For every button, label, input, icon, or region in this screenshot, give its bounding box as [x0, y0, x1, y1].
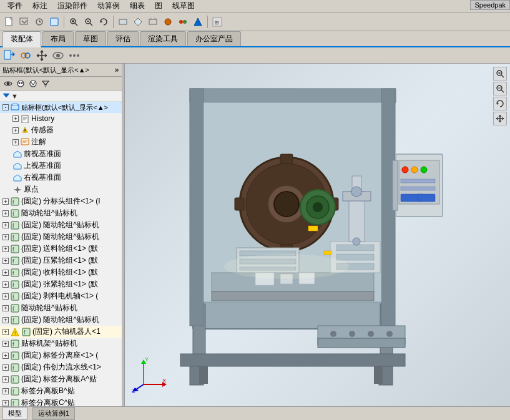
part1-expand-btn[interactable]: +	[2, 198, 9, 205]
part10-expand-btn[interactable]: +	[2, 305, 9, 311]
part14-expand-btn[interactable]: +	[2, 353, 9, 359]
tab-render[interactable]: 渲染工具	[140, 31, 186, 46]
tab-sketch[interactable]: 草图	[75, 31, 106, 46]
sensor-expand-btn[interactable]: +	[12, 127, 19, 134]
menu-xuanran[interactable]: 渲染部件	[52, 0, 92, 12]
part3-label: (固定) 随动轮组^贴标机	[21, 220, 99, 230]
pan-viewport-btn[interactable]	[493, 112, 507, 125]
color-btn[interactable]	[27, 78, 39, 89]
origin-label: 原点	[24, 184, 39, 195]
tree-item-part6[interactable]: + f (固定) 压紧轮组<1> (默	[0, 255, 124, 266]
part18-expand-btn[interactable]: +	[2, 400, 9, 406]
tree-item-top-plane[interactable]: 上视基准面	[0, 160, 124, 172]
svg-point-33	[21, 82, 23, 84]
annotation-expand-btn[interactable]: +	[12, 139, 19, 145]
show-hide-btn[interactable]	[51, 49, 65, 62]
menu-caoTu[interactable]: 线草图	[167, 0, 200, 12]
main-area: 贴标框(默认<默认_显示<▲> » ▼ -	[0, 64, 510, 406]
zoom-fit-btn[interactable]	[67, 15, 81, 29]
tree-item-right-plane[interactable]: 右视基准面	[0, 172, 124, 183]
tree-item-part11[interactable]: + f (固定) 随动轮组^贴标机	[0, 314, 124, 326]
tree-item-origin[interactable]: 原点	[0, 183, 124, 195]
tree-item-front-plane[interactable]: 前视基准面	[0, 148, 124, 160]
part11-expand-btn[interactable]: +	[2, 317, 9, 323]
eye-btn[interactable]	[2, 78, 14, 89]
display-btn-3[interactable]	[146, 15, 160, 29]
tree-item-part9[interactable]: + f (固定) 剥料电机轴<1> (	[0, 290, 124, 302]
tab-evaluate[interactable]: 评估	[107, 31, 139, 46]
tree-item-part3[interactable]: + f (固定) 随动轮组^贴标机	[0, 219, 124, 231]
part5-expand-btn[interactable]: +	[2, 246, 9, 252]
toolbar-btn-3[interactable]	[32, 15, 46, 29]
part3-expand-btn[interactable]: +	[2, 222, 9, 228]
menu-biaozhu[interactable]: 标注	[27, 0, 52, 12]
zoom-out-btn[interactable]	[82, 15, 96, 29]
tree-item-part17[interactable]: + f 标签分离板B^贴	[0, 385, 124, 397]
tab-assembly[interactable]: 装配体	[2, 31, 41, 47]
tree-item-annotation[interactable]: + 注解	[0, 136, 124, 148]
toolbar-btn-4[interactable]	[47, 15, 61, 29]
part6-expand-btn[interactable]: +	[2, 258, 9, 264]
display-btn-2[interactable]	[131, 15, 145, 29]
tree-item-part2[interactable]: + f 随动轮组^贴标机	[0, 207, 124, 219]
tree-item-part14[interactable]: + f (固定) 标签分离座<1> (	[0, 349, 124, 361]
tree-item-part13[interactable]: + f 贴标机架^贴标机	[0, 338, 124, 349]
rotate-btn[interactable]	[97, 15, 110, 29]
menu-tu[interactable]: 图	[150, 0, 167, 12]
fixed-icon-10: f	[10, 303, 20, 313]
display-btn-6[interactable]	[191, 15, 205, 29]
viewport[interactable]: Y X Z	[125, 64, 510, 406]
display-btn-1[interactable]	[116, 15, 130, 29]
tree-item-part12[interactable]: + ! f (固定) 六轴机器人<1	[0, 326, 124, 338]
tree-item-part16[interactable]: + f (固定) 标签分离板A^贴	[0, 373, 124, 385]
part4-expand-btn[interactable]: +	[2, 234, 9, 240]
tree-item-part15[interactable]: + f (固定) 伟创力流水线<1>	[0, 361, 124, 373]
part9-expand-btn[interactable]: +	[2, 293, 9, 300]
tree-item-part8[interactable]: + f (固定) 张紧轮组<1> (默	[0, 278, 124, 290]
rotate-viewport-btn[interactable]	[493, 97, 507, 110]
filter-btn[interactable]	[40, 78, 51, 89]
tab-layout[interactable]: 布局	[42, 31, 74, 46]
tree-item-part10[interactable]: + f 随动轮组^贴标机	[0, 302, 124, 314]
more-btn[interactable]	[67, 49, 81, 62]
zoom-in-viewport-btn[interactable]	[493, 67, 507, 81]
move-btn[interactable]	[35, 49, 49, 62]
status-tab-model[interactable]: 模型	[2, 407, 27, 420]
menu-zero-part[interactable]: 零件	[2, 0, 27, 12]
status-tab-motion[interactable]: 运动算例1	[32, 407, 75, 420]
panel-expand-btn[interactable]: »	[112, 65, 122, 75]
part8-expand-btn[interactable]: +	[2, 281, 9, 288]
menu-xibiao[interactable]: 细表	[125, 0, 150, 12]
zoom-out-viewport-btn[interactable]	[493, 82, 507, 95]
display-btn-4[interactable]	[161, 15, 175, 29]
tree-root-item[interactable]: - 贴标框(默认<默认_显示<▲>	[0, 102, 124, 113]
svg-rect-12	[119, 19, 127, 24]
toolbar-btn-1[interactable]	[2, 15, 16, 29]
tree-item-sensor[interactable]: + 传感器	[0, 124, 124, 136]
view-btn-extra[interactable]: ⊞	[210, 15, 224, 29]
tree-item-part18[interactable]: + f 标签分离板C^贴	[0, 397, 124, 406]
root-expand-btn[interactable]: -	[2, 104, 9, 110]
part17-expand-btn[interactable]: +	[2, 388, 9, 394]
tree-item-part4[interactable]: + f (固定) 随动轮组^贴标机	[0, 231, 124, 243]
tree-item-part5[interactable]: + f (固定) 送料轮组<1> (默	[0, 243, 124, 255]
mate-btn[interactable]	[19, 49, 32, 62]
insert-btn[interactable]	[2, 49, 16, 62]
tree-item-part7[interactable]: + f (固定) 收料轮组<1> (默	[0, 266, 124, 278]
panel-resize-handle[interactable]	[122, 64, 124, 406]
svg-point-128	[313, 202, 323, 212]
pin-btn[interactable]	[15, 78, 26, 89]
part13-expand-btn[interactable]: +	[2, 341, 9, 347]
part15-expand-btn[interactable]: +	[2, 364, 9, 371]
tab-office[interactable]: 办公室产品	[187, 31, 241, 46]
part7-expand-btn[interactable]: +	[2, 270, 9, 276]
history-expand-btn[interactable]: +	[12, 115, 19, 122]
menu-dongsuanli[interactable]: 动算例	[92, 0, 125, 12]
display-btn-5[interactable]	[176, 15, 190, 29]
tree-item-history[interactable]: + History	[0, 113, 124, 124]
part2-expand-btn[interactable]: +	[2, 210, 9, 217]
toolbar-btn-2[interactable]	[17, 15, 31, 29]
part12-expand-btn[interactable]: +	[2, 329, 9, 335]
part16-expand-btn[interactable]: +	[2, 376, 9, 383]
tree-item-part1[interactable]: + f (固定) 分标头组件<1> (I	[0, 195, 124, 207]
